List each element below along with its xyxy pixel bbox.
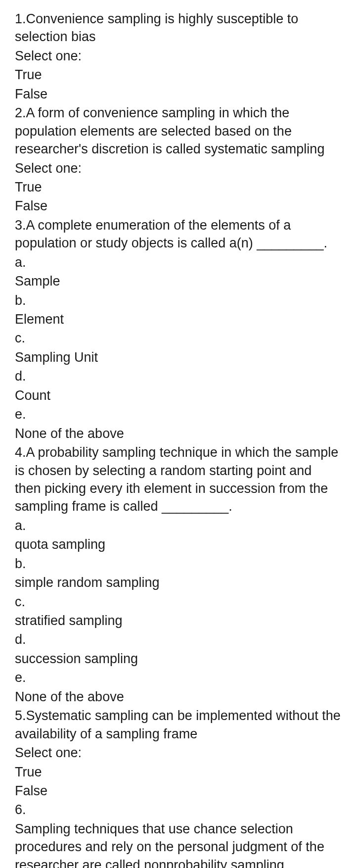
question-block: 2.A form of convenience sampling in whic… xyxy=(15,104,341,215)
question-block: 1.Convenience sampling is highly suscept… xyxy=(15,10,341,103)
option-false[interactable]: False xyxy=(15,85,341,103)
option-letter: c. xyxy=(15,593,341,611)
question-number: 6. xyxy=(15,801,341,819)
option-text[interactable]: quota sampling xyxy=(15,535,341,553)
question-text: Sampling techniques that use chance sele… xyxy=(15,820,341,868)
option-true[interactable]: True xyxy=(15,66,341,84)
question-text: 3.A complete enumeration of the elements… xyxy=(15,216,341,252)
option-letter: a. xyxy=(15,517,341,534)
option-letter: b. xyxy=(15,291,341,309)
option-text[interactable]: None of the above xyxy=(15,425,341,442)
option-false[interactable]: False xyxy=(15,782,341,800)
option-letter: e. xyxy=(15,405,341,423)
question-text: 2.A form of convenience sampling in whic… xyxy=(15,104,341,158)
question-text: 5.Systematic sampling can be implemented… xyxy=(15,707,341,743)
option-false[interactable]: False xyxy=(15,197,341,215)
option-text[interactable]: Sampling Unit xyxy=(15,348,341,366)
option-text[interactable]: None of the above xyxy=(15,688,341,706)
option-text[interactable]: succession sampling xyxy=(15,650,341,668)
select-one-prompt: Select one: xyxy=(15,159,341,177)
option-text[interactable]: Sample xyxy=(15,272,341,290)
select-one-prompt: Select one: xyxy=(15,47,341,65)
option-text[interactable]: simple random sampling xyxy=(15,574,341,591)
question-text: 4.A probability sampling technique in wh… xyxy=(15,443,341,516)
option-text[interactable]: Count xyxy=(15,386,341,404)
question-block: 5.Systematic sampling can be implemented… xyxy=(15,707,341,800)
option-letter: b. xyxy=(15,555,341,573)
option-text[interactable]: stratified sampling xyxy=(15,612,341,629)
option-letter: e. xyxy=(15,669,341,686)
option-letter: d. xyxy=(15,630,341,648)
question-block: 4.A probability sampling technique in wh… xyxy=(15,443,341,706)
question-text: 1.Convenience sampling is highly suscept… xyxy=(15,10,341,46)
option-true[interactable]: True xyxy=(15,178,341,196)
select-one-prompt: Select one: xyxy=(15,744,341,762)
question-block: 3.A complete enumeration of the elements… xyxy=(15,216,341,442)
option-letter: c. xyxy=(15,329,341,347)
question-block: 6.Sampling techniques that use chance se… xyxy=(15,801,341,868)
option-true[interactable]: True xyxy=(15,763,341,781)
quiz-container: 1.Convenience sampling is highly suscept… xyxy=(15,10,341,868)
option-letter: a. xyxy=(15,253,341,271)
option-letter: d. xyxy=(15,367,341,385)
option-text[interactable]: Element xyxy=(15,310,341,328)
